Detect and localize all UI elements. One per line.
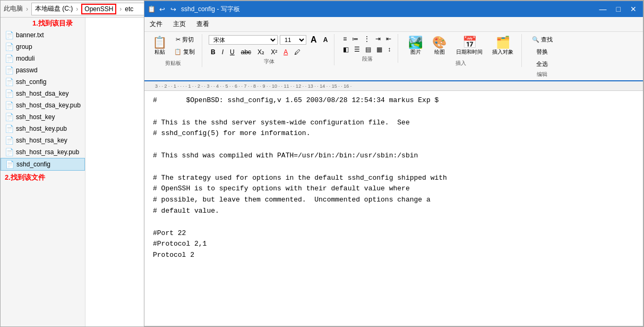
pc-breadcrumb: 此电脑 (4, 4, 23, 13)
replace-button[interactable]: 替换 (529, 46, 555, 57)
cut-copy-section: ✂ 剪切 📋 复制 (171, 34, 198, 58)
file-name: ssh_host_rsa_key (16, 137, 67, 144)
font-controls: 宋体 11 A A B I U abc (209, 34, 330, 57)
list-button[interactable]: ≔ (350, 34, 360, 44)
cut-button[interactable]: ✂ 剪切 (171, 34, 198, 45)
annotation-step1: 1.找到该目录 (32, 19, 73, 28)
font-shrink-button[interactable]: A (321, 35, 330, 45)
object-label: 插入对象 (492, 48, 513, 56)
file-icon: 📄 (5, 160, 14, 169)
paint-icon: 🎨 (432, 37, 446, 48)
file-name: moduli (16, 55, 35, 62)
file-passwd[interactable]: 📄 passwd (1, 64, 85, 76)
paste-button[interactable]: 📋 粘贴 (149, 34, 170, 58)
subscript-button[interactable]: X₂ (255, 47, 267, 57)
folder2-label: etc (125, 5, 133, 13)
menu-home[interactable]: 主页 (168, 18, 191, 30)
italic-button[interactable]: I (220, 47, 226, 57)
insert-label: 插入 (456, 60, 466, 67)
highlight-button[interactable]: 🖊 (292, 47, 303, 57)
datetime-icon: 📅 (462, 37, 477, 48)
file-list: 📄 banner.txt 📄 group 📄 moduli 📄 passwd 📄 (1, 29, 85, 185)
file-name: ssh_host_key (16, 113, 55, 121)
clipboard-label: 剪贴板 (165, 60, 181, 67)
font-name-row: 宋体 11 A A (209, 34, 330, 46)
file-banner-txt[interactable]: 📄 banner.txt (1, 29, 85, 41)
sep2: › (76, 5, 78, 13)
file-ssh-host-rsa-key[interactable]: 📄 ssh_host_rsa_key (1, 135, 85, 146)
find-button[interactable]: 🔍 查找 (529, 34, 555, 45)
file-ssh-host-dsa-key-pub[interactable]: 📄 ssh_host_dsa_key.pub (1, 99, 85, 111)
underline-button[interactable]: U (228, 47, 237, 57)
ribbon-font-group: 宋体 11 A A B I U abc (209, 34, 334, 65)
file-sidebar: 1.找到该目录 📄 banner.txt 📄 group 📄 moduli 📄 (1, 18, 85, 326)
notepad-menubar: 文件 主页 查看 (144, 18, 643, 32)
paste-icon: 📋 (152, 37, 167, 48)
datetime-label: 日期和时间 (456, 48, 483, 56)
font-label: 字体 (264, 58, 274, 65)
insert-object-button[interactable]: 🗂️ 插入对象 (488, 34, 517, 58)
file-icon: 📄 (5, 113, 14, 121)
file-group[interactable]: 📄 group (1, 41, 85, 53)
align-left-button[interactable]: ≡ (341, 34, 349, 44)
file-name: group (16, 43, 32, 51)
outdent-button[interactable]: ⇤ (384, 34, 393, 44)
align-left2-button[interactable]: ◧ (341, 45, 351, 54)
file-name: ssh_host_dsa_key (16, 90, 68, 97)
insert-image-button[interactable]: 🏞️ 图片 (405, 34, 426, 58)
menu-view[interactable]: 查看 (191, 18, 214, 30)
ribbon-insert-group: 🏞️ 图片 🎨 绘图 📅 日期和时间 🗂️ (405, 34, 522, 67)
image-icon: 🏞️ (408, 37, 423, 48)
file-name: ssh_host_rsa_key.pub (16, 148, 79, 156)
folder1-label: OpenSSH (81, 4, 116, 14)
file-sshd-config[interactable]: 📄 sshd_config (1, 158, 85, 171)
editing-label: 编辑 (537, 71, 547, 78)
explorer-window: 此电脑 › 本地磁盘 (C:) › OpenSSH › etc ⟳ 搜索"et … (0, 0, 644, 327)
ruler-marks: 3 · · 2 · · 1 · · · · 1 · · 2 · · 3 · · … (155, 83, 351, 89)
notepad-ribbon: 📋 粘贴 ✂ 剪切 📋 复制 剪贴板 (144, 32, 643, 81)
editing-buttons: 🔍 查找 替换 全选 (529, 34, 555, 70)
copy-button[interactable]: 📋 复制 (171, 46, 198, 57)
file-name: banner.txt (16, 31, 44, 39)
file-icon: 📄 (5, 78, 14, 86)
file-name: passwd (16, 66, 38, 74)
file-icon: 📄 (5, 54, 14, 63)
paragraph-buttons: ≡ ≔ ⋮ ⇥ ⇤ ◧ ☰ ▤ ▦ ↕ (341, 34, 393, 54)
font-color-button[interactable]: A (281, 47, 290, 57)
file-ssh-host-dsa-key[interactable]: 📄 ssh_host_dsa_key (1, 88, 85, 99)
insert-datetime-button[interactable]: 📅 日期和时间 (452, 34, 486, 58)
file-ssh-config[interactable]: 📄 ssh_config (1, 76, 85, 88)
file-icon: 📄 (5, 43, 14, 51)
strikethrough-button[interactable]: abc (239, 47, 253, 57)
sep3: › (119, 5, 122, 13)
insert-paint-button[interactable]: 🎨 绘图 (428, 34, 450, 58)
align-right-button[interactable]: ▤ (363, 45, 373, 54)
menu-file[interactable]: 文件 (144, 18, 168, 30)
font-name-select[interactable]: 宋体 (209, 35, 278, 45)
justify-button[interactable]: ▦ (374, 45, 384, 54)
file-moduli[interactable]: 📄 moduli (1, 53, 85, 64)
file-name: ssh_config (16, 78, 46, 86)
drive-label: 本地磁盘 (C:) (35, 4, 73, 13)
file-icon: 📄 (5, 136, 14, 145)
main-area: 1.找到该目录 📄 banner.txt 📄 group 📄 moduli 📄 (1, 18, 643, 326)
notepad-window: 📋 ↩ ↪ sshd_config - 写字板 3.使用写字板打开 — □ ✕ … (144, 18, 643, 326)
file-ssh-host-rsa-key-pub[interactable]: 📄 ssh_host_rsa_key.pub (1, 146, 85, 158)
align-center-button[interactable]: ☰ (352, 45, 362, 54)
font-grow-button[interactable]: A (308, 34, 319, 46)
paste-section: 📋 粘贴 (149, 34, 170, 58)
superscript-button[interactable]: X² (269, 47, 279, 57)
list2-button[interactable]: ⋮ (362, 34, 372, 44)
bold-button[interactable]: B (209, 47, 218, 57)
ribbon-paragraph-group: ≡ ≔ ⋮ ⇥ ⇤ ◧ ☰ ▤ ▦ ↕ (341, 34, 398, 63)
file-ssh-host-key-pub[interactable]: 📄 ssh_host_key.pub (1, 123, 85, 135)
indent-button[interactable]: ⇥ (373, 34, 383, 44)
file-ssh-host-key[interactable]: 📄 ssh_host_key (1, 111, 85, 123)
notepad-content[interactable]: # $OpenBSD: sshd_config,v 1.65 2003/08/2… (144, 91, 643, 326)
file-icon: 📄 (5, 124, 14, 133)
linespacing-button[interactable]: ↕ (385, 45, 393, 54)
select-all-button[interactable]: 全选 (529, 58, 555, 70)
font-size-select[interactable]: 11 (280, 35, 306, 45)
file-name: ssh_host_dsa_key.pub (16, 102, 81, 109)
file-name: sshd_config (16, 161, 50, 168)
